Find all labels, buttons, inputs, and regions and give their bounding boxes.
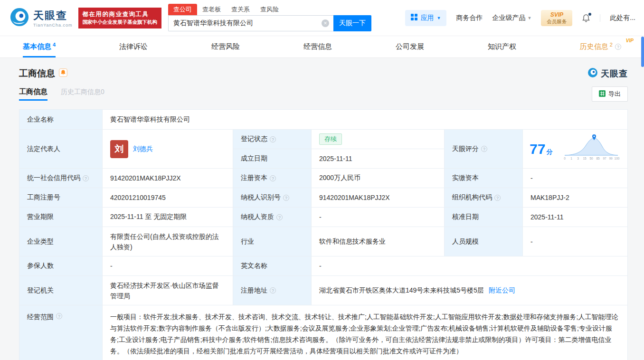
help-icon[interactable]: ?: [270, 175, 276, 181]
tab-intellectual-property[interactable]: 知识产权: [488, 36, 516, 57]
tab-basic-info-count: 4: [53, 42, 56, 47]
search-tab-risk[interactable]: 查风险: [255, 4, 284, 15]
help-icon[interactable]: ?: [481, 146, 487, 152]
top-header: 天眼查 TianYanCha.com 都在用的商业查询工具 国家中小企业发展子基…: [0, 0, 644, 36]
score-number: 77分: [530, 142, 552, 156]
tianyancha-eye-icon: [9, 7, 29, 29]
tab-history-info-count: 2: [610, 42, 613, 47]
label-insured-count: 参保人数: [19, 256, 102, 275]
business-cooperation-link[interactable]: 商务合作: [456, 14, 483, 22]
label-establish-date: 成立日期: [233, 149, 311, 168]
search-button[interactable]: 天眼一下: [333, 15, 371, 31]
slogan-line1: 都在用的商业查询工具: [83, 10, 158, 18]
svg-text:50: 50: [589, 157, 593, 160]
apps-menu[interactable]: 应用 ▼: [405, 10, 446, 26]
value-legal-representative: 刘 刘德兵: [102, 129, 233, 168]
tab-company-development[interactable]: 公司发展: [396, 36, 424, 57]
tab-business-info[interactable]: 经营信息: [303, 36, 332, 57]
help-icon[interactable]: ?: [83, 175, 89, 181]
value-insured-count: -: [102, 256, 233, 275]
tab-operating-risk[interactable]: 经营风险: [211, 36, 240, 57]
subtab-history-registration[interactable]: 历史工商信息0: [61, 88, 104, 101]
help-icon[interactable]: ?: [494, 195, 501, 201]
svip-member-label: 会员服务: [547, 18, 567, 25]
slogan-line2: 国家中小企业发展子基金旗下机构: [83, 18, 158, 26]
clear-search-icon[interactable]: ×: [322, 19, 329, 27]
tab-intellectual-property-label: 知识产权: [488, 42, 516, 51]
business-info-table: 企业名称 黄石智谱华章科技有限公司 法定代表人 刘 刘德兵 登记状态? 存续 天…: [19, 109, 628, 360]
notification-bell-icon[interactable]: [582, 14, 590, 22]
value-english-name: -: [311, 256, 627, 275]
enterprise-products-menu[interactable]: 企业级产品 ▼: [492, 14, 531, 22]
label-org-code: 组织机构代码?: [444, 188, 522, 207]
tab-operating-risk-label: 经营风险: [211, 42, 240, 51]
tab-history-info[interactable]: 历史信息2 ? VIP: [580, 36, 621, 57]
excel-export-icon: [599, 90, 606, 98]
legal-rep-link[interactable]: 刘德兵: [133, 145, 153, 153]
svg-text:85: 85: [596, 157, 600, 160]
tab-basic-info[interactable]: 基本信息4: [23, 36, 56, 57]
tianyancha-watermark: 天眼查: [587, 67, 628, 80]
value-tianyan-score[interactable]: 77分 0 1 3 15 50 85 97 99: [522, 129, 627, 168]
tab-history-info-label: 历史信息: [580, 42, 608, 51]
value-company-name: 黄石智谱华章科技有限公司: [102, 109, 627, 129]
tab-legal-litigation[interactable]: 法律诉讼: [119, 36, 148, 57]
value-registration-number: 420201210019745: [102, 188, 233, 207]
value-business-term: 2025-11-11 至 无固定期限: [102, 207, 233, 227]
tianyancha-logo[interactable]: 天眼查 TianYanCha.com: [9, 7, 73, 29]
logo-title: 天眼查: [33, 9, 73, 23]
label-industry: 行业: [233, 227, 311, 256]
value-company-type: 有限责任公司(自然人投资或控股的法人独资): [102, 227, 233, 256]
help-icon[interactable]: ?: [270, 287, 276, 294]
label-company-type: 企业类型: [19, 227, 102, 256]
tab-legal-litigation-label: 法律诉讼: [119, 42, 148, 51]
label-paid-capital: 实缴资本: [444, 168, 522, 188]
search-tab-company[interactable]: 查公司: [168, 4, 197, 15]
value-org-code: MAK18PJJ-2: [522, 188, 627, 207]
search-input[interactable]: [168, 15, 333, 31]
apps-label: 应用: [420, 14, 434, 22]
svg-text:3: 3: [577, 157, 579, 160]
help-icon[interactable]: ?: [615, 44, 621, 50]
status-badge: 存续: [319, 133, 342, 145]
company-page-tabs: 基本信息4 法律诉讼 经营风险 经营信息 公司发展 知识产权 历史信息2 ? V…: [0, 36, 644, 58]
value-registered-address: 湖北省黄石市开铁区奥体大道149号未来科技城5号楼5层 附近公司: [311, 275, 627, 305]
label-approval-date: 核准日期: [444, 207, 522, 227]
label-business-term: 营业期限: [19, 207, 102, 227]
logo-subtitle: TianYanCha.com: [33, 23, 73, 28]
score-distribution-chart: 0 1 3 15 50 85 97 99 100: [563, 134, 621, 163]
main-content: 工商信息 天眼查 工商信息 历史工商信息0: [0, 58, 644, 360]
label-tianyan-score: 天眼评分?: [444, 129, 522, 168]
value-business-scope: 一般项目：软件开发;技术服务、技术开发、技术咨询、技术交流、技术转让、技术推广;…: [102, 305, 627, 360]
svip-label: SVIP: [547, 11, 567, 18]
label-registration-number: 工商注册号: [19, 188, 102, 207]
help-icon[interactable]: ?: [270, 136, 276, 142]
value-paid-capital: -: [522, 168, 627, 188]
scrollbar-thumb[interactable]: [641, 37, 644, 67]
search-tab-boss[interactable]: 查老板: [197, 4, 226, 15]
label-company-name: 企业名称: [19, 109, 102, 129]
slogan-badge: 都在用的商业查询工具 国家中小企业发展子基金旗下机构: [78, 8, 162, 28]
help-icon[interactable]: ?: [283, 195, 289, 201]
subtab-business-registration[interactable]: 工商信息: [19, 87, 47, 101]
nearby-companies-link[interactable]: 附近公司: [489, 286, 515, 295]
value-registration-status: 存续: [311, 129, 444, 149]
alert-bell-icon[interactable]: [59, 68, 67, 79]
export-button[interactable]: 导出: [592, 86, 628, 102]
help-icon[interactable]: ?: [56, 313, 62, 319]
search-tab-relation[interactable]: 查关系: [226, 4, 255, 15]
svg-text:0: 0: [564, 157, 566, 160]
label-registration-status: 登记状态?: [233, 129, 311, 149]
svg-text:1: 1: [570, 157, 572, 160]
help-icon[interactable]: ?: [276, 214, 283, 220]
svg-text:15: 15: [583, 157, 587, 160]
svg-text:99: 99: [609, 157, 613, 160]
watermark-label: 天眼查: [601, 68, 628, 79]
value-registered-capital: 2000万人民币: [311, 168, 444, 188]
value-credit-code: 91420201MAK18PJJ2X: [102, 168, 233, 188]
user-menu[interactable]: 此处有...: [610, 14, 635, 22]
label-english-name: 英文名称: [233, 256, 311, 275]
legal-rep-avatar[interactable]: 刘: [110, 140, 128, 158]
label-credit-code: 统一社会信用代码?: [19, 168, 102, 188]
svip-member-badge[interactable]: SVIP 会员服务: [541, 10, 572, 26]
